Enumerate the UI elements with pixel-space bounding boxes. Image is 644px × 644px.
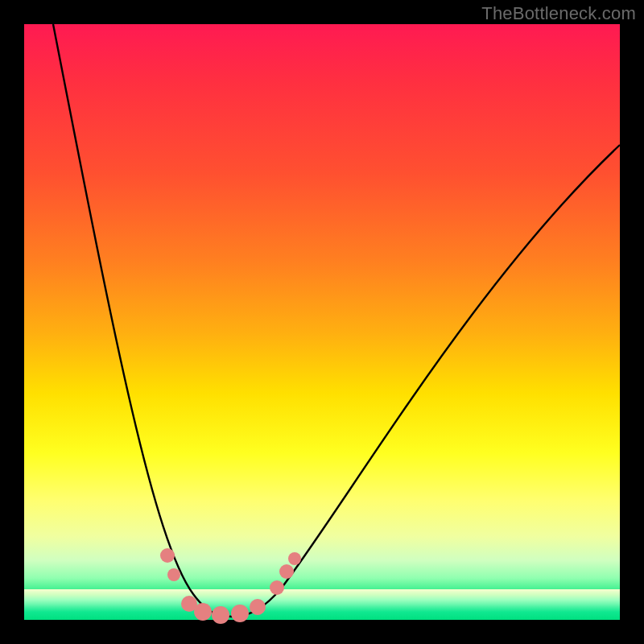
data-marker <box>231 605 249 622</box>
data-marker <box>279 564 294 579</box>
data-marker <box>270 580 284 595</box>
data-marker <box>212 606 229 624</box>
watermark: TheBottleneck.com <box>481 3 636 24</box>
curve-layer <box>24 24 620 620</box>
chart-frame: TheBottleneck.com <box>0 0 644 644</box>
data-marker <box>167 568 180 581</box>
marker-group <box>160 548 301 624</box>
data-marker <box>250 599 266 615</box>
bottleneck-curve <box>53 24 620 617</box>
data-marker <box>288 552 301 565</box>
data-marker <box>160 548 175 563</box>
data-marker <box>194 603 212 621</box>
